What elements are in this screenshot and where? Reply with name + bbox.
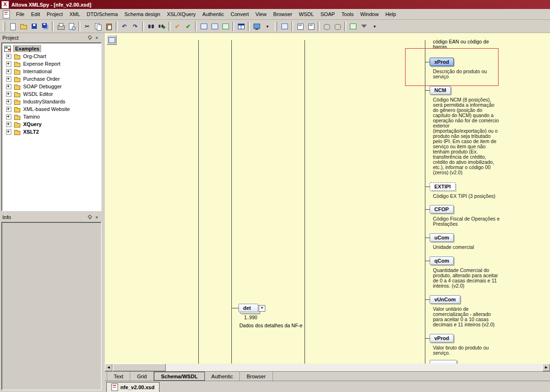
find-next-button[interactable] <box>156 21 167 32</box>
save-file-button[interactable] <box>29 21 40 32</box>
cut-button[interactable]: ✂ <box>82 21 93 32</box>
generate-schema-button[interactable] <box>295 21 305 32</box>
menu-item-project[interactable]: Project <box>43 10 66 18</box>
validate-button[interactable]: ✔ <box>183 21 194 32</box>
expand-icon[interactable] <box>6 114 11 119</box>
element-box-ucom[interactable]: uCom <box>430 233 454 242</box>
element-box-cfop[interactable]: CFOP <box>430 205 454 213</box>
pin-button[interactable] <box>87 35 93 41</box>
toolbar-overflow-button[interactable]: ▾ <box>262 21 273 32</box>
expand-icon[interactable] <box>6 77 11 82</box>
print-preview-button[interactable] <box>66 21 77 32</box>
grid-insert-button[interactable] <box>347 21 358 32</box>
tab-grid[interactable]: Grid <box>130 372 154 381</box>
scroll-left-button[interactable]: ◀ <box>105 364 112 371</box>
save-all-button[interactable] <box>40 21 51 32</box>
expand-all-button[interactable] <box>209 21 220 32</box>
copy-button[interactable] <box>93 21 103 32</box>
check-wellformed-button[interactable]: ✔ <box>172 21 183 32</box>
menu-item-browser[interactable]: Browser <box>270 10 296 18</box>
assign-schema-button[interactable] <box>305 21 316 32</box>
pretty-print-button[interactable] <box>198 21 209 32</box>
expand-icon[interactable] <box>6 122 11 127</box>
toolbar-grip[interactable] <box>3 22 5 31</box>
menu-item-view[interactable]: View <box>252 10 270 18</box>
expand-icon[interactable] <box>6 92 11 97</box>
schema-diagram-canvas[interactable]: código EAN ou código de barras xProd Des… <box>105 33 550 364</box>
expand-icon[interactable] <box>6 129 11 135</box>
tree-item-purchase-order[interactable]: Purchase Order <box>2 75 101 83</box>
tree-item-industrystandards[interactable]: IndustryStandards <box>2 98 101 105</box>
menu-item-window[interactable]: Window <box>357 10 382 18</box>
project-tree-root[interactable]: Examples <box>2 45 101 52</box>
undo-button[interactable]: ↶ <box>119 21 130 32</box>
tree-item-org-chart[interactable]: Org-Chart <box>2 52 101 60</box>
document-window-icon[interactable] <box>3 10 10 18</box>
element-box-vuncom[interactable]: vUnCom <box>430 295 460 304</box>
tree-item-international[interactable]: International <box>2 68 101 75</box>
tree-item-xml-based-website[interactable]: XML-based Website <box>2 105 101 113</box>
close-panel-button[interactable]: × <box>93 214 100 221</box>
database-export-button[interactable] <box>332 21 343 32</box>
scroll-right-button[interactable]: ▶ <box>542 364 550 371</box>
expand-icon[interactable] <box>6 61 11 67</box>
menu-item-convert[interactable]: Convert <box>227 10 252 18</box>
tree-item-xslt2[interactable]: XSLT2 <box>2 128 101 136</box>
expand-icon[interactable] <box>6 54 11 59</box>
schema-design-button[interactable] <box>279 21 290 32</box>
element-box-qcom[interactable]: qCom <box>430 256 454 265</box>
tree-item-wsdl-editor[interactable]: WSDL Editor <box>2 90 101 98</box>
element-box-det[interactable]: det <box>238 304 258 312</box>
toolbar-grip[interactable] <box>275 22 277 31</box>
open-file-button[interactable] <box>18 21 29 32</box>
schema-node-det: det + 1..990 Dados dos detalhes da NF-e <box>238 304 315 328</box>
tab-browser[interactable]: Browser <box>240 372 272 381</box>
tree-item-tamino[interactable]: Tamino <box>2 113 101 120</box>
paste-button[interactable] <box>103 21 114 32</box>
menu-item-tools[interactable]: Tools <box>338 10 357 18</box>
menu-item-wsdl[interactable]: WSDL <box>296 10 317 18</box>
expand-icon[interactable] <box>6 69 11 74</box>
new-document-button[interactable] <box>7 21 18 32</box>
expand-icon[interactable] <box>6 84 11 89</box>
menu-item-xsl-xquery[interactable]: XSL/XQuery <box>163 10 199 18</box>
title-bar[interactable]: X Altova XMLSpy - [nfe_v2.00.xsd] <box>0 0 550 9</box>
menu-item-xml[interactable]: XML <box>66 10 84 18</box>
tree-item-expense-report[interactable]: Expense Report <box>2 60 101 68</box>
toolbar-overflow-button-2[interactable]: ▾ <box>369 21 380 32</box>
close-panel-button[interactable]: × <box>93 35 100 41</box>
element-box-vprod[interactable]: vProd <box>430 334 454 342</box>
pin-button[interactable] <box>87 214 93 221</box>
expand-icon[interactable] <box>6 107 11 112</box>
element-box-ncm[interactable]: NCM <box>430 86 451 94</box>
menu-item-file[interactable]: File <box>13 10 28 18</box>
tree-item-soap-debugger[interactable]: SOAP Debugger <box>2 83 101 90</box>
expand-button[interactable]: + <box>259 305 265 312</box>
tab-schema-wsdl[interactable]: Schema/WSDL <box>154 372 205 381</box>
filter-button[interactable] <box>358 21 369 32</box>
menu-item-soap[interactable]: SOAP <box>317 10 338 18</box>
tab-authentic[interactable]: Authentic <box>205 372 240 381</box>
menu-item-help[interactable]: Help <box>382 10 399 18</box>
element-box-extipi[interactable]: EXTIPI <box>430 182 456 191</box>
menu-item-schema-design[interactable]: Schema design <box>121 10 164 18</box>
table-view-button[interactable] <box>236 21 246 32</box>
document-tab[interactable]: nfe_v2.00.xsd <box>106 382 160 392</box>
tab-text[interactable]: Text <box>107 372 130 381</box>
collapse-all-button[interactable] <box>220 21 231 32</box>
element-box-partial[interactable] <box>430 360 457 364</box>
redo-button[interactable]: ↷ <box>130 21 141 32</box>
scrollbar-thumb[interactable] <box>113 364 166 371</box>
expand-icon[interactable] <box>6 99 11 104</box>
browser-preview-button[interactable] <box>251 21 262 32</box>
menu-item-dtd-schema[interactable]: DTD/Schema <box>84 10 121 18</box>
element-box-xprod[interactable]: xProd <box>430 58 454 66</box>
menu-item-edit[interactable]: Edit <box>28 10 43 18</box>
menu-item-authentic[interactable]: Authentic <box>199 10 228 18</box>
find-button[interactable] <box>145 21 156 32</box>
tree-item-xquery[interactable]: XQuery <box>2 120 101 128</box>
print-button[interactable] <box>55 21 66 32</box>
show-globals-button[interactable] <box>107 35 117 45</box>
horizontal-scrollbar[interactable]: ◀ ▶ <box>105 364 550 371</box>
database-import-button[interactable] <box>321 21 332 32</box>
